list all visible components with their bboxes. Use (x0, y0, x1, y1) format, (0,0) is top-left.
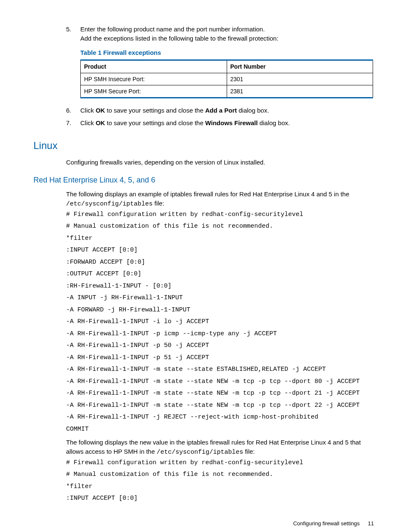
table-row: HP SMH Secure Port: 2381 (81, 85, 373, 98)
rhel-mid: The following displays the new value in … (66, 438, 374, 457)
ok-text: OK (96, 119, 105, 126)
footer-text: Configuring firewall settings (293, 520, 360, 527)
text: to save your settings and close the (105, 107, 205, 114)
step-7-number: 7. (66, 118, 80, 128)
step-6-number: 6. (66, 106, 80, 115)
cell-product: HP SMH Secure Port: (81, 85, 227, 98)
text: file: (153, 200, 164, 207)
ok-text: OK (96, 107, 105, 114)
table-row: HP SMH Insecure Port: 2301 (81, 73, 373, 85)
footer-page-number: 11 (368, 520, 374, 527)
text: Click (80, 119, 96, 126)
th-port: Port Number (227, 60, 373, 73)
th-product: Product (81, 60, 227, 73)
text: Click (80, 107, 96, 114)
step-5: 5. Enter the following product name and … (66, 25, 374, 103)
step-5-number: 5. (66, 25, 80, 103)
step-7: 7. Click OK to save your settings and cl… (66, 118, 374, 128)
dialog-name: Add a Port (205, 107, 237, 114)
dialog-name: Windows Firewall (205, 119, 258, 126)
path-code: /etc/sysconfig/iptables (156, 449, 243, 456)
step-7-body: Click OK to save your settings and close… (80, 118, 374, 128)
heading-linux: Linux (33, 139, 374, 153)
rhel-intro: The following displays an example of ipt… (66, 190, 374, 209)
step-5-line1: Enter the following product name and the… (80, 25, 374, 34)
cell-product: HP SMH Insecure Port: (81, 73, 227, 85)
heading-rhel: Red Hat Enterprise Linux 4, 5, and 6 (33, 175, 374, 185)
step-5-body: Enter the following product name and the… (80, 25, 374, 103)
cell-port: 2301 (227, 73, 373, 85)
path-code: /etc/sysconfig/iptables (66, 200, 153, 208)
linux-intro: Configuring firewalls varies, depending … (66, 158, 374, 167)
text: The following displays an example of ipt… (66, 190, 349, 198)
text: dialog box. (258, 119, 290, 126)
text: dialog box. (237, 107, 269, 114)
step-6-body: Click OK to save your settings and close… (80, 106, 374, 115)
step-5-line2: Add the exceptions listed in the followi… (80, 34, 374, 43)
text: file: (243, 448, 255, 455)
iptables-code-1: # Firewall configuration written by redh… (66, 209, 374, 436)
iptables-code-2: # Firewall configuration written by redh… (66, 457, 374, 505)
step-6: 6. Click OK to save your settings and cl… (66, 106, 374, 115)
firewall-exceptions-table: Product Port Number HP SMH Insecure Port… (80, 59, 373, 98)
cell-port: 2381 (227, 85, 373, 98)
text: to save your settings and close the (105, 119, 205, 126)
page-footer: Configuring firewall settings 11 (33, 520, 374, 528)
table-caption: Table 1 Firewall exceptions (80, 48, 374, 57)
